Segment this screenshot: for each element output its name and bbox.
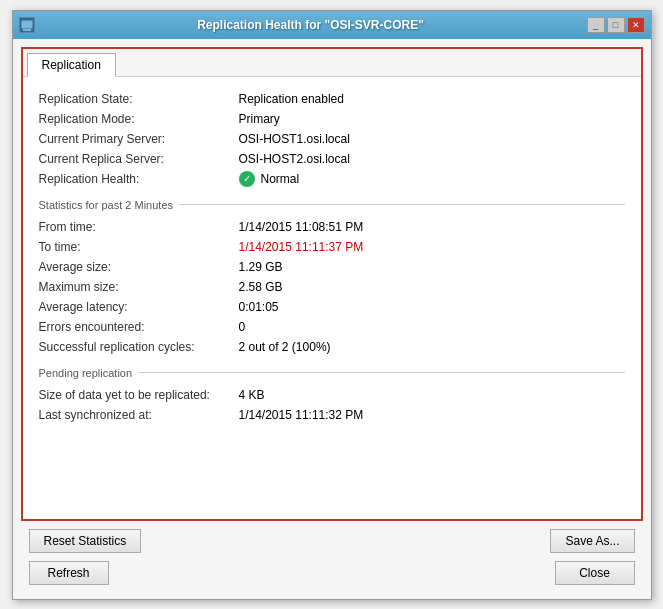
bottom-bar-1: Reset Statistics Save As... [21, 521, 643, 557]
from-time-value: 1/14/2015 11:08:51 PM [239, 220, 625, 234]
replication-health-label: Replication Health: [39, 172, 239, 186]
tab-content: Replication State: Replication enabled R… [23, 77, 641, 519]
reset-statistics-button[interactable]: Reset Statistics [29, 529, 142, 553]
replica-server-value: OSI-HOST2.osi.local [239, 152, 625, 166]
close-button[interactable]: Close [555, 561, 635, 585]
restore-button[interactable]: □ [607, 17, 625, 33]
last-sync-row: Last synchronized at: 1/14/2015 11:11:32… [39, 405, 625, 425]
replication-mode-value: Primary [239, 112, 625, 126]
pending-size-value: 4 KB [239, 388, 625, 402]
replication-state-value: Replication enabled [239, 92, 625, 106]
save-as-button[interactable]: Save As... [550, 529, 634, 553]
max-size-label: Maximum size: [39, 280, 239, 294]
tab-bar: Replication [23, 49, 641, 77]
errors-label: Errors encountered: [39, 320, 239, 334]
primary-server-row: Current Primary Server: OSI-HOST1.osi.lo… [39, 129, 625, 149]
max-size-row: Maximum size: 2.58 GB [39, 277, 625, 297]
window-content: Replication Replication State: Replicati… [13, 39, 651, 599]
replica-server-row: Current Replica Server: OSI-HOST2.osi.lo… [39, 149, 625, 169]
avg-size-row: Average size: 1.29 GB [39, 257, 625, 277]
pending-section-header: Pending replication [39, 367, 625, 379]
refresh-button[interactable]: Refresh [29, 561, 109, 585]
pending-section-label: Pending replication [39, 367, 133, 379]
to-time-row: To time: 1/14/2015 11:11:37 PM [39, 237, 625, 257]
replication-mode-row: Replication Mode: Primary [39, 109, 625, 129]
svg-rect-1 [23, 29, 31, 31]
pending-section: Size of data yet to be replicated: 4 KB … [39, 385, 625, 425]
from-time-label: From time: [39, 220, 239, 234]
avg-size-label: Average size: [39, 260, 239, 274]
replica-server-label: Current Replica Server: [39, 152, 239, 166]
primary-server-label: Current Primary Server: [39, 132, 239, 146]
titlebar-buttons: _ □ ✕ [587, 17, 645, 33]
title-bar: Replication Health for "OSI-SVR-CORE" _ … [13, 11, 651, 39]
tab-container: Replication Replication State: Replicati… [21, 47, 643, 521]
replication-health-value: ✓ Normal [239, 171, 625, 187]
successful-label: Successful replication cycles: [39, 340, 239, 354]
successful-value: 2 out of 2 (100%) [239, 340, 625, 354]
statistics-section-label: Statistics for past 2 Minutes [39, 199, 174, 211]
replication-state-row: Replication State: Replication enabled [39, 89, 625, 109]
statistics-section: From time: 1/14/2015 11:08:51 PM To time… [39, 217, 625, 357]
avg-latency-value: 0:01:05 [239, 300, 625, 314]
svg-rect-0 [21, 20, 33, 29]
errors-row: Errors encountered: 0 [39, 317, 625, 337]
avg-latency-row: Average latency: 0:01:05 [39, 297, 625, 317]
from-time-row: From time: 1/14/2015 11:08:51 PM [39, 217, 625, 237]
replication-mode-label: Replication Mode: [39, 112, 239, 126]
avg-latency-label: Average latency: [39, 300, 239, 314]
main-window: Replication Health for "OSI-SVR-CORE" _ … [12, 10, 652, 600]
replication-info-section: Replication State: Replication enabled R… [39, 89, 625, 189]
pending-size-row: Size of data yet to be replicated: 4 KB [39, 385, 625, 405]
replication-state-label: Replication State: [39, 92, 239, 106]
to-time-value: 1/14/2015 11:11:37 PM [239, 240, 625, 254]
minimize-button[interactable]: _ [587, 17, 605, 33]
primary-server-value: OSI-HOST1.osi.local [239, 132, 625, 146]
statistics-section-header: Statistics for past 2 Minutes [39, 199, 625, 211]
last-sync-label: Last synchronized at: [39, 408, 239, 422]
successful-row: Successful replication cycles: 2 out of … [39, 337, 625, 357]
window-icon [19, 17, 35, 33]
health-text: Normal [261, 172, 300, 186]
window-title: Replication Health for "OSI-SVR-CORE" [35, 18, 587, 32]
errors-value: 0 [239, 320, 625, 334]
to-time-label: To time: [39, 240, 239, 254]
health-check-icon: ✓ [239, 171, 255, 187]
replication-health-row: Replication Health: ✓ Normal [39, 169, 625, 189]
last-sync-value: 1/14/2015 11:11:32 PM [239, 408, 625, 422]
pending-size-label: Size of data yet to be replicated: [39, 388, 239, 402]
avg-size-value: 1.29 GB [239, 260, 625, 274]
bottom-bar-2: Refresh Close [21, 557, 643, 591]
close-window-button[interactable]: ✕ [627, 17, 645, 33]
max-size-value: 2.58 GB [239, 280, 625, 294]
tab-replication[interactable]: Replication [27, 53, 116, 77]
